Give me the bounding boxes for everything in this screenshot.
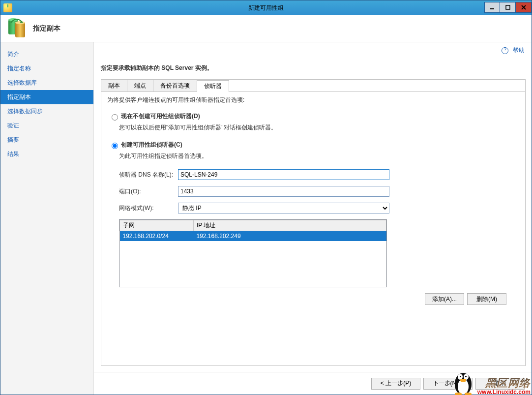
wizard-window: 新建可用性组 指定副本 简介 指定名称 选择数据库 指定副本 选择数据同步 验证… bbox=[0, 0, 532, 395]
port-label: 端口(O): bbox=[119, 187, 178, 196]
cell-ip: 192.168.202.249 bbox=[194, 231, 386, 242]
instruction-text: 指定要承载辅助副本的 SQL Server 实例。 bbox=[101, 64, 532, 72]
tab-strip: 副本 端点 备份首选项 侦听器 bbox=[101, 80, 525, 92]
grid-row[interactable]: 192.168.202.0/24 192.168.202.249 bbox=[120, 231, 386, 242]
sidebar-item-validation[interactable]: 验证 bbox=[0, 119, 93, 133]
col-ip[interactable]: IP 地址 bbox=[194, 220, 386, 231]
cell-subnet: 192.168.202.0/24 bbox=[120, 231, 194, 242]
help-label: 帮助 bbox=[513, 47, 525, 54]
wizard-body: 简介 指定名称 选择数据库 指定副本 选择数据同步 验证 摘要 结果 ?帮助 指… bbox=[0, 42, 532, 395]
svg-rect-1 bbox=[506, 5, 510, 9]
close-button[interactable] bbox=[516, 2, 532, 13]
radio-no-listener-sub: 您可以在以后使用"添加可用性组侦听器"对话框创建侦听器。 bbox=[119, 123, 519, 132]
radio-no-listener[interactable] bbox=[112, 114, 118, 121]
dns-name-input[interactable] bbox=[178, 169, 389, 180]
radio-create-listener-sub: 为此可用性组指定侦听器首选项。 bbox=[119, 152, 519, 160]
sidebar-item-select-db[interactable]: 选择数据库 bbox=[0, 76, 93, 90]
database-replica-icon bbox=[7, 19, 27, 38]
listener-tab-content: 为将提供客户端连接点的可用性组侦听器指定首选项: 现在不创建可用性组侦听器(D)… bbox=[101, 92, 525, 365]
dns-name-label: 侦听器 DNS 名称(L): bbox=[119, 171, 178, 179]
titlebar: 新建可用性组 bbox=[0, 0, 532, 15]
grid-button-row: 添加(A)... 删除(M) bbox=[107, 293, 506, 305]
maximize-button[interactable] bbox=[500, 2, 516, 13]
app-icon bbox=[3, 3, 12, 12]
window-title: 新建可用性组 bbox=[248, 4, 284, 12]
sidebar-item-data-sync[interactable]: 选择数据同步 bbox=[0, 104, 93, 119]
sidebar-item-summary[interactable]: 摘要 bbox=[0, 133, 93, 147]
radio-create-listener-label: 创建可用性组侦听器(C) bbox=[121, 141, 182, 149]
tab-replicas[interactable]: 副本 bbox=[101, 80, 127, 91]
radio-no-listener-label: 现在不创建可用性组侦听器(D) bbox=[121, 112, 200, 121]
tab-endpoints[interactable]: 端点 bbox=[127, 80, 153, 91]
help-link[interactable]: ?帮助 bbox=[502, 46, 525, 55]
tab-listener[interactable]: 侦听器 bbox=[197, 80, 229, 92]
window-controls bbox=[484, 2, 532, 13]
tab-backup-prefs[interactable]: 备份首选项 bbox=[153, 80, 197, 91]
tab-panel: 副本 端点 备份首选项 侦听器 为将提供客户端连接点的可用性组侦听器指定首选项:… bbox=[101, 79, 526, 366]
cancel-button[interactable]: 取消 bbox=[475, 378, 525, 390]
wizard-footer: < 上一步(P) 下一步(N) > 取消 黑区网络 www.Linuxidc.c… bbox=[94, 372, 532, 395]
radio-row-create-listener[interactable]: 创建可用性组侦听器(C) bbox=[109, 141, 519, 149]
ip-grid[interactable]: 子网 IP 地址 192.168.202.0/24 192.168.202.24… bbox=[119, 219, 387, 287]
add-button[interactable]: 添加(A)... bbox=[425, 293, 464, 305]
minimize-button[interactable] bbox=[484, 2, 500, 13]
main-content: ?帮助 指定要承载辅助副本的 SQL Server 实例。 副本 端点 备份首选… bbox=[94, 42, 532, 395]
sidebar-item-results[interactable]: 结果 bbox=[0, 147, 93, 161]
netmode-select[interactable]: 静态 IP bbox=[178, 203, 389, 213]
col-subnet[interactable]: 子网 bbox=[120, 220, 194, 231]
sidebar-item-name[interactable]: 指定名称 bbox=[0, 61, 93, 76]
prev-button[interactable]: < 上一步(P) bbox=[371, 378, 420, 390]
next-button[interactable]: 下一步(N) > bbox=[423, 378, 473, 390]
radio-row-no-listener[interactable]: 现在不创建可用性组侦听器(D) bbox=[109, 112, 519, 121]
page-title: 指定副本 bbox=[33, 24, 60, 33]
netmode-label: 网络模式(W): bbox=[119, 204, 178, 213]
wizard-header: 指定副本 bbox=[0, 15, 532, 42]
sidebar-item-intro[interactable]: 简介 bbox=[0, 47, 93, 61]
sidebar-item-replicas[interactable]: 指定副本 bbox=[0, 90, 93, 104]
remove-button[interactable]: 删除(M) bbox=[467, 293, 506, 305]
watermark-url: www.Linuxidc.com bbox=[477, 389, 531, 395]
port-input[interactable] bbox=[178, 186, 389, 197]
listener-desc: 为将提供客户端连接点的可用性组侦听器指定首选项: bbox=[107, 96, 519, 104]
radio-create-listener[interactable] bbox=[112, 143, 118, 149]
step-sidebar: 简介 指定名称 选择数据库 指定副本 选择数据同步 验证 摘要 结果 bbox=[0, 42, 94, 395]
